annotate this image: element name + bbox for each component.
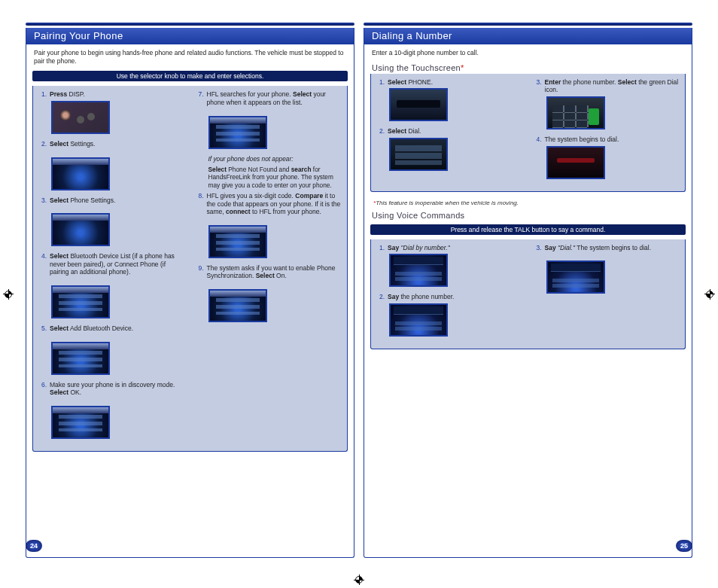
hint-bar-voice: Press and release the TALK button to say… <box>370 224 686 235</box>
step-4: 4.Select Bluetooth Device List (if a pho… <box>39 252 184 276</box>
step-1: 1.Press DISP. <box>39 90 184 99</box>
page-left: Pairing Your Phone Pair your phone to be… <box>26 23 354 558</box>
top-bar <box>364 23 692 26</box>
screenshot-thumb: 1:18 <box>208 289 267 322</box>
dial-step-4: 4.The system begins to dial. <box>534 136 680 144</box>
registration-mark-icon <box>3 289 14 300</box>
voice-panel: 1.Say "Dial by number." 2.Say the phone … <box>370 239 686 349</box>
step-8: 8.HFL gives you a six-digit code. Compar… <box>196 192 342 216</box>
page-number: 24 <box>26 540 42 552</box>
step-7: 7.HFL searches for your phone. Select yo… <box>196 90 342 106</box>
screenshot-thumb: 1:17 <box>208 116 267 149</box>
screenshot-thumb: 1:09 <box>51 213 110 246</box>
heading-dialing: Dialing a Number <box>364 28 692 44</box>
step-5: 5.Select Add Bluetooth Device. <box>39 324 184 333</box>
heading-pairing: Pairing Your Phone <box>26 28 354 44</box>
screenshot-thumb: 1:12 <box>51 406 110 439</box>
step-2: 2.Select Settings. <box>39 140 184 148</box>
touchscreen-panel: 1.Select PHONE. 2.Select Dial. 3.Enter t… <box>370 74 686 192</box>
hint-bar: Use the selector knob to make and enter … <box>32 71 348 81</box>
step-6: 6.Make sure your phone is in discovery m… <box>39 381 184 397</box>
steps-col-1: 1.Press DISP. 2.Select Settings. 1:00 3.… <box>39 90 184 445</box>
registration-mark-icon <box>354 574 364 585</box>
screenshot-thumb <box>389 88 448 121</box>
steps-panel: 1.Press DISP. 2.Select Settings. 1:00 3.… <box>32 86 348 452</box>
top-bar <box>26 23 354 26</box>
page-right: Dialing a Number Enter a 10-digit phone … <box>364 23 692 558</box>
voice-step-3: 3.Say "Dial." The system begins to dial. <box>534 244 680 252</box>
registration-mark-icon <box>704 289 715 300</box>
steps-col-2: 7.HFL searches for your phone. Select yo… <box>196 90 342 445</box>
dial-step-3: 3.Enter the phone number. Select the gre… <box>534 78 680 94</box>
step-3: 3.Select Phone Settings. <box>39 197 184 205</box>
screenshot-thumb: 2:45 <box>546 260 605 294</box>
screenshot-thumb <box>51 101 110 134</box>
dial-step-2: 2.Select Dial. <box>377 127 522 136</box>
screenshot-thumb <box>546 146 605 179</box>
screenshot-thumb <box>389 138 448 171</box>
dial-step-1: 1.Select PHONE. <box>377 78 522 87</box>
screenshot-thumb <box>389 303 448 337</box>
note-heading: If your phone does not appear: <box>208 155 342 163</box>
voice-step-1: 1.Say "Dial by number." <box>377 244 522 252</box>
intro-text: Enter a 10-digit phone number to call. <box>364 44 692 60</box>
note-body: Select Phone Not Found and search for Ha… <box>208 166 342 189</box>
intro-text: Pair your phone to begin using hands-fre… <box>26 44 354 68</box>
screenshot-thumb: 1:11 <box>51 342 110 375</box>
screenshot-thumb: 1:10 <box>51 285 110 318</box>
screenshot-thumb <box>546 96 605 129</box>
screenshot-thumb: 1:17 <box>208 225 267 258</box>
screenshot-thumb <box>389 254 448 287</box>
footnote: *This feature is inoperable when the veh… <box>364 197 692 208</box>
voice-step-2: 2.Say the phone number. <box>377 293 522 301</box>
step-9: 9.The system asks if you want to enable … <box>196 264 342 280</box>
page-number: 25 <box>676 540 692 552</box>
subhead-voice: Using Voice Commands <box>364 208 692 221</box>
screenshot-thumb: 1:00 <box>51 157 110 190</box>
subhead-touchscreen: Using the Touchscreen* <box>364 60 692 74</box>
